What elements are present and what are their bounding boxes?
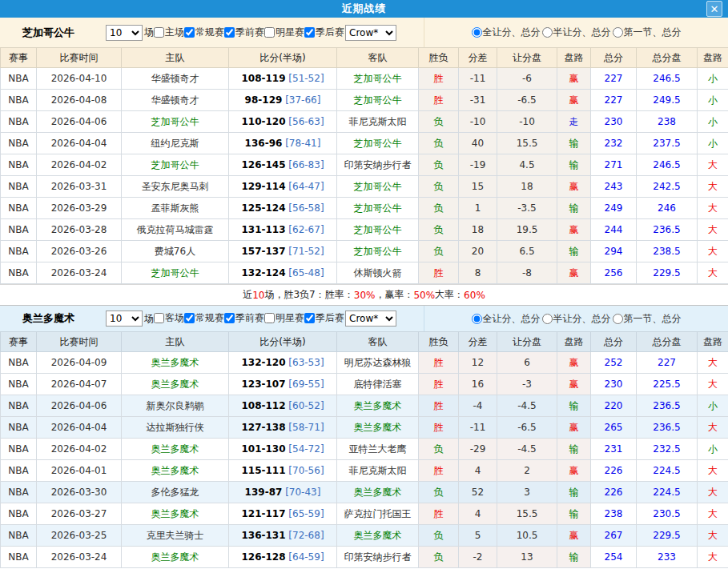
cell-result: 胜: [419, 90, 459, 111]
source-select[interactable]: Crow*: [345, 311, 396, 327]
games-count-select[interactable]: 10: [106, 25, 143, 41]
column-header: 胜负: [419, 48, 459, 68]
checkbox-input[interactable]: [304, 313, 315, 323]
close-button[interactable]: ✕: [706, 1, 722, 17]
cell-result: 胜: [419, 417, 459, 439]
table-row: NBA2026-04-02芝加哥公牛126-145 [66-83]印第安纳步行者…: [1, 154, 728, 176]
cell-score: 115-111 [70-56]: [229, 460, 337, 482]
cell-league: NBA: [1, 374, 37, 395]
games-count-select[interactable]: 10: [106, 311, 143, 327]
cell-handicap-result: 输: [557, 547, 591, 568]
period-radio[interactable]: 半让分、总分: [542, 26, 611, 39]
cell-score: 125-124 [56-58]: [229, 198, 337, 219]
cell-handicap-result: 赢: [557, 219, 591, 241]
cell-date: 2026-03-24: [37, 547, 122, 568]
cell-over-under: 大: [698, 460, 728, 482]
checkbox-input[interactable]: [154, 27, 164, 38]
table-row: NBA2026-03-28俄克拉荷马城雷霆131-113 [62-67]芝加哥公…: [1, 219, 728, 241]
cell-result: 负: [419, 133, 459, 154]
filter-checkbox[interactable]: 明星赛: [264, 26, 304, 39]
table-row: NBA2026-04-08华盛顿奇才98-129 [37-66]芝加哥公牛胜-3…: [1, 90, 728, 111]
cell-handicap-result: 输: [557, 133, 591, 154]
column-header: 分差: [459, 332, 497, 352]
table-row: NBA2026-03-26费城76人157-137 [71-52]芝加哥公牛负2…: [1, 241, 728, 262]
cell-league: NBA: [1, 241, 37, 262]
filter-checkbox[interactable]: 季前赛: [224, 311, 264, 325]
column-header: 主队: [122, 48, 229, 68]
filter-checkbox[interactable]: 客场: [154, 311, 184, 325]
filter-checkbox[interactable]: 常规赛: [184, 26, 224, 39]
column-header: 总分盘: [637, 48, 698, 68]
table-header-row: 赛事比赛时间主队比分(半场)客队胜负分差让分盘盘路总分总分盘盘路: [1, 48, 728, 68]
cell-total-points: 231: [591, 439, 637, 460]
cell-date: 2026-04-02: [37, 154, 122, 176]
radio-input[interactable]: [613, 27, 623, 38]
cell-over-under: 小: [698, 395, 728, 417]
checkbox-input[interactable]: [304, 27, 315, 38]
period-radio[interactable]: 第一节、总分: [613, 312, 682, 326]
summary-segment: 近: [243, 288, 252, 302]
table-row: NBA2026-03-25克里夫兰骑士136-131 [72-68]奥兰多魔术负…: [1, 525, 728, 547]
filter-checkbox[interactable]: 季前赛: [224, 26, 264, 39]
period-radio[interactable]: 全让分、总分: [472, 26, 541, 39]
radio-input[interactable]: [542, 314, 553, 324]
checkbox-input[interactable]: [184, 27, 195, 38]
cell-handicap-line: -8: [497, 262, 557, 284]
cell-total-line: 229.5: [637, 262, 698, 284]
radio-input[interactable]: [613, 314, 623, 324]
checkbox-input[interactable]: [264, 313, 275, 323]
cell-point-diff: 5: [459, 525, 497, 547]
cell-away-team: 芝加哥公牛: [337, 68, 419, 90]
cell-home-team: 芝加哥公牛: [122, 111, 229, 133]
radio-input[interactable]: [472, 314, 482, 324]
cell-over-under: 大: [698, 219, 728, 241]
table-row: NBA2026-03-24芝加哥公牛132-124 [65-48]休斯顿火箭胜8…: [1, 262, 728, 284]
checkbox-input[interactable]: [184, 313, 195, 323]
filter-checkbox[interactable]: 季后赛: [304, 311, 344, 325]
cell-league: NBA: [1, 417, 37, 439]
checkbox-input[interactable]: [264, 27, 275, 38]
cell-date: 2026-03-29: [37, 198, 122, 219]
summary-segment: 大率：: [435, 288, 464, 302]
radio-input[interactable]: [542, 27, 553, 38]
team-section-bulls: 芝加哥公牛 10 场 主场常规赛季前赛明星赛季后赛 Crow* 全让分、总分半让…: [0, 18, 728, 306]
cell-handicap-line: 6: [497, 352, 557, 374]
period-radio[interactable]: 半让分、总分: [542, 312, 611, 326]
cell-score: 127-138 [58-71]: [229, 417, 337, 439]
cell-point-diff: -2: [459, 547, 497, 568]
source-select[interactable]: Crow*: [345, 25, 396, 41]
column-header: 总分: [591, 48, 637, 68]
filter-checkbox-group: 主场常规赛季前赛明星赛季后赛: [154, 26, 344, 40]
cell-result: 负: [419, 525, 459, 547]
checkbox-input[interactable]: [224, 313, 235, 323]
period-radio[interactable]: 第一节、总分: [613, 26, 682, 39]
filter-checkbox[interactable]: 明星赛: [264, 311, 304, 325]
cell-handicap-result: 赢: [557, 417, 591, 439]
table-row: NBA2026-04-01奥兰多魔术115-111 [70-56]菲尼克斯太阳胜…: [1, 460, 728, 482]
cell-away-team: 印第安纳步行者: [337, 547, 419, 568]
cell-handicap-line: 18: [497, 176, 557, 198]
cell-total-points: 227: [591, 68, 637, 90]
cell-handicap-line: 3: [497, 482, 557, 503]
filter-checkbox[interactable]: 常规赛: [184, 311, 224, 325]
cell-over-under: 小: [698, 439, 728, 460]
filter-checkbox[interactable]: 主场: [154, 26, 184, 39]
cell-result: 负: [419, 439, 459, 460]
cell-league: NBA: [1, 133, 37, 154]
cell-away-team: 奥兰多魔术: [337, 395, 419, 417]
filter-checkbox[interactable]: 季后赛: [304, 26, 344, 39]
cell-handicap-result: 赢: [557, 352, 591, 374]
cell-total-line: 224.5: [637, 460, 698, 482]
cell-result: 负: [419, 547, 459, 568]
checkbox-input[interactable]: [224, 27, 235, 38]
checkbox-input[interactable]: [154, 313, 164, 323]
period-radio[interactable]: 全让分、总分: [472, 312, 541, 326]
cell-date: 2026-04-06: [37, 111, 122, 133]
radio-input[interactable]: [472, 27, 482, 38]
cell-over-under: 小: [698, 68, 728, 90]
cell-score: 132-124 [65-48]: [229, 262, 337, 284]
cell-handicap-result: 输: [557, 482, 591, 503]
cell-total-points: 254: [591, 547, 637, 568]
cell-league: NBA: [1, 90, 37, 111]
cell-away-team: 芝加哥公牛: [337, 219, 419, 241]
